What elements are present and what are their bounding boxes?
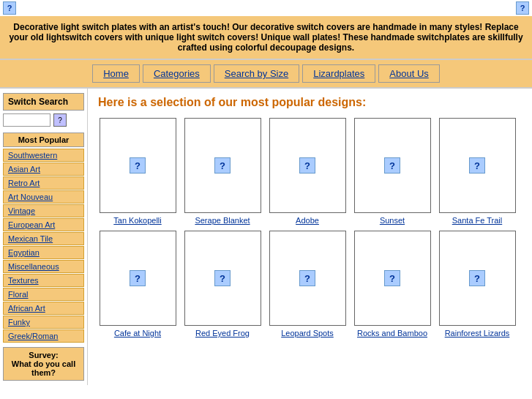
nav-item-lizardplates[interactable]: Lizardplates [302, 64, 375, 83]
sidebar-link-miscellaneous[interactable]: Miscellaneous [3, 260, 84, 273]
placeholder-icon: ? [299, 270, 315, 286]
product-item: ?Rocks and Bamboo [353, 231, 432, 338]
product-label[interactable]: Serape Blanket [195, 216, 250, 225]
sidebar-link-mexican-tile[interactable]: Mexican Tile [3, 232, 84, 245]
nav-item-search-by-size[interactable]: Search by Size [214, 64, 299, 83]
sidebar: Switch Search ? Most Popular Southwester… [0, 89, 88, 385]
product-item: ?Tan Kokopelli [98, 118, 177, 225]
sidebar-link-egyptian[interactable]: Egyptian [3, 246, 84, 259]
sidebar-link-vintage[interactable]: Vintage [3, 204, 84, 217]
nav-item-categories[interactable]: Categories [143, 64, 211, 83]
placeholder-icon: ? [299, 157, 315, 174]
product-image-tan-kokopelli[interactable]: ? [100, 118, 176, 213]
sidebar-survey: Survey: What do you call them? [3, 347, 84, 381]
survey-text: What do you call them? [12, 359, 75, 377]
product-image-rocks-and-bamboo[interactable]: ? [354, 231, 431, 326]
product-image-leopard-spots[interactable]: ? [269, 231, 346, 326]
sidebar-link-southwestern[interactable]: Southwestern [3, 149, 84, 162]
search-go-button[interactable]: ? [53, 113, 67, 127]
sidebar-link-art-nouveau[interactable]: Art Nouveau [3, 190, 84, 204]
product-label[interactable]: Santa Fe Trail [452, 216, 502, 225]
product-label[interactable]: Rocks and Bamboo [357, 329, 427, 338]
search-input[interactable] [3, 113, 50, 127]
product-label[interactable]: Rainforest Lizards [445, 329, 510, 338]
product-label[interactable]: Sunset [380, 216, 405, 225]
nav-item-about-us[interactable]: About Us [378, 64, 439, 83]
banner: Decorative light switch plates with an a… [0, 16, 532, 59]
placeholder-icon: ? [469, 157, 485, 174]
content-title: Here is a selection of our most popular … [98, 96, 522, 109]
product-label[interactable]: Cafe at Night [114, 329, 161, 338]
product-label[interactable]: Tan Kokopelli [113, 216, 161, 225]
product-item: ?Serape Blanket [183, 118, 262, 225]
product-image-santa-fe-trail[interactable]: ? [439, 118, 516, 213]
product-label[interactable]: Red Eyed Frog [195, 329, 250, 338]
product-item: ?Adobe [268, 118, 347, 225]
product-image-sunset[interactable]: ? [354, 118, 431, 213]
nav-item-home[interactable]: Home [92, 64, 140, 83]
product-item: ?Rainforest Lizards [438, 231, 517, 338]
product-item: ?Leopard Spots [268, 231, 347, 338]
product-grid: ?Tan Kokopelli?Serape Blanket?Adobe?Suns… [98, 118, 522, 338]
product-image-adobe[interactable]: ? [269, 118, 346, 213]
product-item: ?Santa Fe Trail [438, 118, 517, 225]
sidebar-link-floral[interactable]: Floral [3, 288, 84, 301]
top-help-bar: ? ? [0, 0, 532, 16]
sidebar-title: Switch Search [3, 93, 84, 111]
placeholder-icon: ? [130, 157, 146, 174]
placeholder-icon: ? [384, 270, 400, 286]
sidebar-link-european-art[interactable]: European Art [3, 218, 84, 231]
product-image-red-eyed-frog[interactable]: ? [184, 231, 261, 326]
sidebar-link-asian-art[interactable]: Asian Art [3, 163, 84, 176]
sidebar-link-funky[interactable]: Funky [3, 316, 84, 329]
sidebar-link-greek-roman[interactable]: Greek/Roman [3, 329, 84, 343]
product-image-serape-blanket[interactable]: ? [184, 118, 261, 213]
placeholder-icon: ? [214, 157, 231, 174]
product-image-rainforest-lizards[interactable]: ? [439, 231, 516, 326]
content-area: Here is a selection of our most popular … [88, 89, 532, 385]
main-layout: Switch Search ? Most Popular Southwester… [0, 89, 532, 385]
survey-title: Survey: [29, 351, 58, 359]
help-icon-left[interactable]: ? [3, 1, 16, 15]
sidebar-link-retro-art[interactable]: Retro Art [3, 176, 84, 190]
product-label[interactable]: Adobe [296, 216, 319, 225]
product-item: ?Cafe at Night [98, 231, 177, 338]
search-row: ? [3, 113, 84, 127]
placeholder-icon: ? [214, 270, 231, 286]
popular-label: Most Popular [3, 133, 84, 147]
placeholder-icon: ? [469, 270, 485, 286]
nav-bar: HomeCategoriesSearch by SizeLizardplates… [0, 59, 532, 89]
product-image-cafe-at-night[interactable]: ? [100, 231, 176, 326]
placeholder-icon: ? [384, 157, 400, 174]
sidebar-link-textures[interactable]: Textures [3, 274, 84, 287]
help-icon-right[interactable]: ? [516, 1, 529, 15]
product-label[interactable]: Leopard Spots [281, 329, 334, 338]
product-item: ?Sunset [353, 118, 432, 225]
banner-text: Decorative light switch plates with an a… [9, 22, 522, 53]
sidebar-link-african-art[interactable]: African Art [3, 302, 84, 315]
product-item: ?Red Eyed Frog [183, 231, 262, 338]
placeholder-icon: ? [130, 270, 146, 286]
sidebar-links: SouthwesternAsian ArtRetro ArtArt Nouvea… [3, 149, 84, 343]
